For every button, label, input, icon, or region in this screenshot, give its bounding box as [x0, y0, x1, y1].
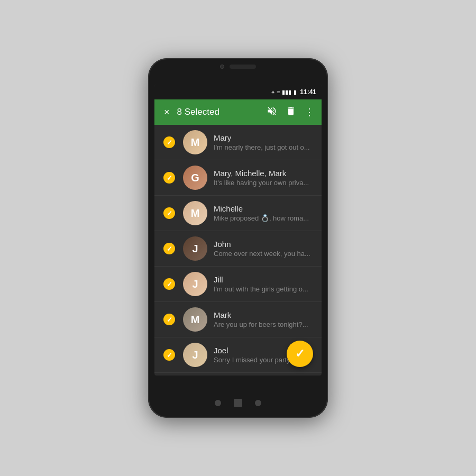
- avatar: J: [183, 272, 207, 296]
- avatar: J: [183, 236, 207, 261]
- mute-button[interactable]: [267, 106, 277, 119]
- checkbox-checked: [163, 207, 175, 219]
- checkbox-checked: [163, 172, 175, 184]
- conv-name: Mary, Michelle, Mark: [214, 169, 314, 178]
- avatar: M: [183, 130, 207, 154]
- checkbox-checked: [163, 136, 175, 148]
- conv-name: Michelle: [214, 204, 314, 213]
- status-time: 11:41: [300, 88, 316, 96]
- nav-home[interactable]: [234, 399, 242, 407]
- conv-preview: Come over next week, you ha...: [214, 250, 314, 258]
- phone-nav-buttons: [215, 399, 261, 407]
- conv-text: Mary I'm nearly there, just got out o...: [214, 133, 314, 151]
- checkbox-checked: [163, 243, 175, 254]
- checkbox-checked: [163, 278, 175, 290]
- delete-button[interactable]: [286, 106, 296, 119]
- status-bar: ⌖ ≈ ▮▮▮ ▮ 11:41: [154, 85, 322, 99]
- conv-preview: I'm nearly there, just got out o...: [214, 143, 314, 151]
- nav-recents[interactable]: [255, 400, 261, 406]
- conv-text: Jill I'm out with the girls getting o...: [214, 275, 314, 293]
- conv-preview: Mike proposed 💍, how roma...: [214, 214, 314, 222]
- list-item[interactable]: M Mary I'm nearly there, just got out o.…: [154, 125, 322, 160]
- conv-name: Jill: [214, 275, 314, 284]
- status-icons: ⌖ ≈ ▮▮▮ ▮: [271, 89, 297, 96]
- list-item[interactable]: M Michelle Mike proposed 💍, how roma...: [154, 196, 322, 231]
- list-item[interactable]: J John Come over next week, you ha...: [154, 231, 322, 267]
- selected-label: 8 Selected: [177, 107, 261, 117]
- checkbox-area: [162, 207, 177, 219]
- wifi-icon: ≈: [277, 89, 280, 95]
- conv-text: Mark Are you up for beers tonight?...: [214, 310, 314, 328]
- checkbox-area: [162, 243, 177, 254]
- signal-icon: ▮▮▮: [282, 89, 291, 96]
- list-item[interactable]: G Mary, Michelle, Mark It's like having …: [154, 160, 322, 196]
- avatar-letter: M: [183, 130, 207, 154]
- avatar-letter: J: [183, 236, 207, 261]
- checkbox-area: [162, 278, 177, 290]
- fab-confirm[interactable]: ✓: [287, 341, 313, 367]
- conv-text: John Come over next week, you ha...: [214, 240, 314, 258]
- close-button[interactable]: ×: [162, 105, 172, 120]
- bluetooth-icon: ⌖: [271, 89, 274, 96]
- phone-frame: ⌖ ≈ ▮▮▮ ▮ 11:41 × 8 Selected: [148, 58, 328, 418]
- conv-preview: I'm out with the girls getting o...: [214, 285, 314, 293]
- checkbox-area: [162, 136, 177, 148]
- conv-name: Mark: [214, 310, 314, 319]
- avatar-letter: J: [183, 343, 207, 367]
- conv-preview: Are you up for beers tonight?...: [214, 321, 314, 328]
- avatar: M: [183, 307, 207, 332]
- avatar-letter: M: [183, 201, 207, 225]
- action-bar-icons: ⋮: [267, 106, 314, 119]
- avatar: J: [183, 343, 207, 367]
- avatar-letter: M: [183, 307, 207, 332]
- avatar-letter: G: [183, 166, 207, 190]
- screen: ⌖ ≈ ▮▮▮ ▮ 11:41 × 8 Selected: [154, 85, 322, 376]
- list-item[interactable]: J Jill I'm out with the girls getting o.…: [154, 267, 322, 302]
- more-button[interactable]: ⋮: [305, 106, 314, 118]
- avatar: M: [183, 201, 207, 225]
- nav-back[interactable]: [215, 400, 221, 406]
- front-camera: [220, 65, 224, 69]
- conv-preview: It's like having your own priva...: [214, 179, 314, 187]
- checkbox-area: [162, 172, 177, 184]
- checkbox-checked: [163, 349, 175, 361]
- avatar-letter: J: [183, 272, 207, 296]
- conv-name: John: [214, 240, 314, 249]
- action-bar: × 8 Selected ⋮: [154, 99, 322, 125]
- conv-text: Mary, Michelle, Mark It's like having yo…: [214, 169, 314, 187]
- conv-name: Mary: [214, 133, 314, 142]
- checkbox-area: [162, 314, 177, 325]
- fab-check-icon: ✓: [295, 347, 305, 361]
- battery-icon: ▮: [294, 89, 297, 96]
- conversation-list: M Mary I'm nearly there, just got out o.…: [154, 125, 322, 373]
- phone-top-bar: [220, 65, 256, 69]
- avatar: G: [183, 166, 207, 190]
- phone-speaker: [230, 65, 256, 69]
- list-item[interactable]: M Mark Are you up for beers tonight?...: [154, 302, 322, 337]
- phone-body: ⌖ ≈ ▮▮▮ ▮ 11:41 × 8 Selected: [148, 58, 328, 418]
- checkbox-area: [162, 349, 177, 361]
- conv-text: Michelle Mike proposed 💍, how roma...: [214, 204, 314, 222]
- checkbox-checked: [163, 314, 175, 325]
